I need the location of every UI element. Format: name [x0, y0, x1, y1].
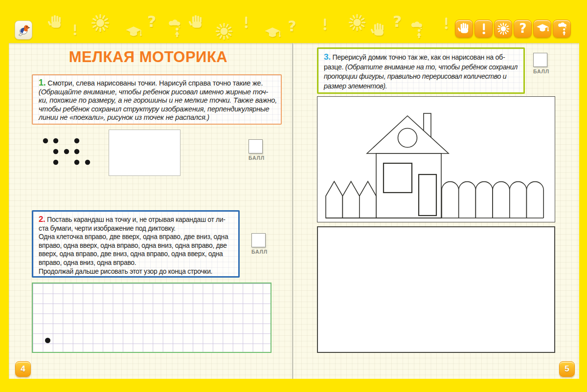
exercise3-score: БАЛЛ	[533, 53, 561, 74]
dot-pattern-sample	[39, 135, 95, 169]
nav-knowledge-button[interactable]	[533, 20, 551, 38]
think-child-icon	[408, 22, 425, 40]
exercise1-score: БАЛЛ	[248, 139, 276, 161]
workbook-spread: МЕЛКАЯ МОТОРИКА 1. Смотри, слева нарисов…	[0, 0, 587, 392]
page-number-text: 5	[564, 364, 569, 374]
hand-icon	[189, 15, 204, 32]
publisher-bird-logo	[15, 21, 32, 40]
fence-left-pointed	[326, 181, 376, 218]
cap-icon	[264, 25, 281, 44]
page-number-left: 4	[15, 361, 31, 377]
score-label: БАЛЛ	[251, 249, 279, 255]
exercise1-instructions: 1. Смотри, слева нарисованы точки. Нарис…	[32, 74, 282, 125]
section-nav	[455, 20, 571, 38]
score-label: БАЛЛ	[248, 155, 276, 161]
house-illustration	[317, 97, 554, 221]
think-child-icon	[165, 20, 183, 39]
question-icon	[285, 20, 299, 36]
exclaim-icon	[439, 17, 453, 32]
score-input-box[interactable]	[251, 233, 266, 247]
nav-thinking-button[interactable]	[514, 20, 532, 38]
exercise2-instructions: 2. Поставь карандаш на точку и, не отрыв…	[32, 210, 240, 278]
sun-icon	[91, 14, 110, 34]
page-title: МЕЛКАЯ МОТОРИКА	[15, 48, 282, 66]
exercise2-score: БАЛЛ	[251, 233, 279, 255]
score-input-box[interactable]	[248, 139, 263, 153]
hand-icon	[371, 22, 386, 40]
nav-fine-motor-button[interactable]	[455, 20, 473, 38]
score-input-box[interactable]	[533, 53, 547, 67]
nav-attention-button[interactable]	[474, 20, 493, 38]
nav-self-button[interactable]	[553, 20, 571, 38]
exercise2-grid-field[interactable]	[32, 283, 271, 353]
question-icon	[389, 15, 405, 32]
exclaim-icon	[68, 23, 81, 38]
page-divider	[292, 43, 294, 379]
fence-right-rounded	[442, 182, 543, 218]
score-label: БАЛЛ	[533, 68, 561, 74]
sun-icon	[215, 22, 233, 42]
hand-icon	[48, 15, 64, 32]
sun-icon	[348, 14, 366, 33]
exercise1-copy-area[interactable]	[109, 130, 181, 176]
page-number-text: 4	[21, 364, 25, 374]
house-sample-drawing	[317, 96, 555, 222]
exercise3-instructions: 3. Перерисуй домик точно так же, как он …	[317, 47, 525, 94]
exercise3-copy-area[interactable]	[317, 226, 555, 353]
nav-world-button[interactable]	[494, 20, 512, 38]
cap-icon	[125, 24, 142, 43]
bird-icon	[17, 23, 30, 38]
exclaim-icon	[239, 16, 253, 31]
exclaim-icon	[318, 18, 332, 33]
question-icon	[144, 15, 159, 32]
pattern-start-dot	[45, 338, 50, 343]
page-number-right: 5	[559, 361, 575, 377]
